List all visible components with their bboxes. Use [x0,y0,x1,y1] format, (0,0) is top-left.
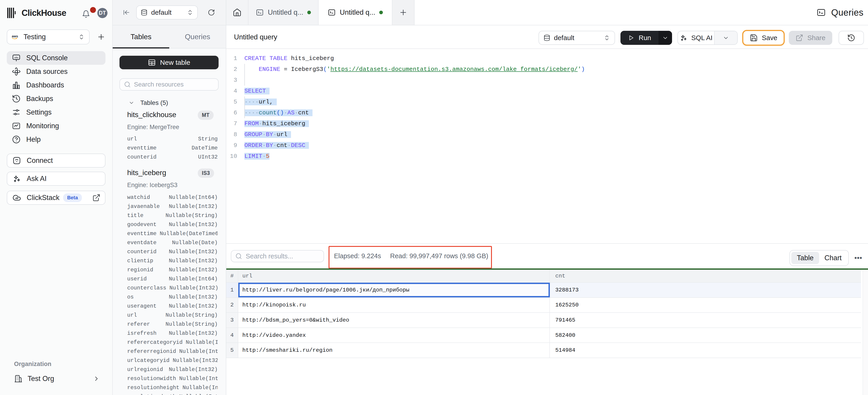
svg-text:aws: aws [12,34,18,38]
